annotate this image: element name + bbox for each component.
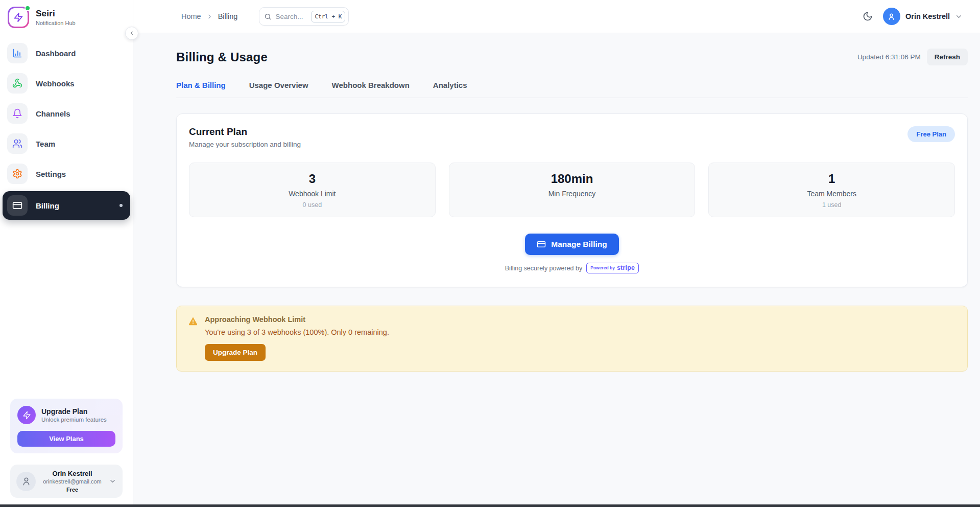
sidebar-item-channels[interactable]: Channels: [3, 101, 130, 126]
brand-tagline: Notification Hub: [36, 20, 76, 26]
active-indicator-dot: [119, 204, 123, 207]
brand-name: Seiri: [36, 9, 76, 19]
main-area: Home Billing Search... Ctrl + K Orin Kes…: [133, 0, 980, 507]
refresh-button[interactable]: Refresh: [927, 49, 968, 65]
chevron-down-icon: [109, 477, 116, 485]
app-logo: [8, 7, 29, 28]
sidebar-item-label: Dashboard: [36, 49, 76, 58]
online-status-dot: [25, 5, 31, 11]
dark-mode-toggle[interactable]: [861, 9, 875, 24]
chevron-down-icon: [955, 13, 963, 20]
stripe-badge[interactable]: Powered by stripe: [586, 263, 639, 273]
stat-label: Webhook Limit: [195, 190, 430, 198]
last-updated-text: Updated 6:31:06 PM: [857, 53, 921, 61]
sidebar-item-label: Billing: [36, 201, 59, 210]
search-placeholder: Search...: [275, 13, 307, 20]
stat-label: Team Members: [714, 190, 949, 198]
sidebar-item-label: Team: [36, 140, 55, 148]
stat-usage: 1 used: [714, 201, 949, 209]
breadcrumb: Home Billing: [181, 12, 237, 20]
chevron-right-icon: [206, 13, 213, 20]
manage-billing-label: Manage Billing: [551, 240, 607, 249]
tab-usage-overview[interactable]: Usage Overview: [249, 81, 308, 89]
sidebar-item-dashboard[interactable]: Dashboard: [3, 40, 130, 66]
moon-icon: [863, 11, 873, 21]
topbar: Home Billing Search... Ctrl + K Orin Kes…: [133, 0, 980, 33]
stat-value: 180min: [455, 172, 690, 186]
sidebar-item-label: Settings: [36, 170, 66, 178]
upgrade-plan-card: Upgrade Plan Unlock premium features Vie…: [10, 399, 123, 453]
user-name: Orin Kestrell: [905, 12, 950, 20]
webhook-limit-warning: Approaching Webhook Limit You're using 3…: [176, 306, 968, 372]
window-bottom-edge: [0, 504, 980, 507]
tab-plan-billing[interactable]: Plan & Billing: [176, 81, 226, 89]
stat-value: 3: [195, 172, 430, 186]
stat-label: Min Frequency: [455, 190, 690, 198]
warning-message: You're using 3 of 3 webhooks (100%). Onl…: [205, 328, 389, 336]
sidebar-header: Seiri Notification Hub: [0, 0, 133, 35]
sidebar-item-billing[interactable]: Billing: [3, 191, 130, 220]
webhook-icon: [7, 73, 28, 94]
manage-billing-button[interactable]: Manage Billing: [525, 234, 618, 255]
tab-webhook-breakdown[interactable]: Webhook Breakdown: [332, 81, 410, 89]
user-menu[interactable]: Orin Kestrell: [883, 8, 963, 25]
credit-card-icon: [537, 240, 546, 249]
breadcrumb-home[interactable]: Home: [181, 12, 201, 20]
plan-stats: 3 Webhook Limit 0 used 180min Min Freque…: [189, 163, 955, 217]
sidebar-item-settings[interactable]: Settings: [3, 161, 130, 187]
user-avatar: [16, 472, 36, 491]
search-icon: [264, 13, 272, 20]
sidebar-item-label: Webhooks: [36, 79, 75, 88]
stat-team-members: 1 Team Members 1 used: [708, 163, 955, 217]
stat-webhook-limit: 3 Webhook Limit 0 used: [189, 163, 436, 217]
bell-icon: [7, 103, 28, 124]
view-plans-button[interactable]: View Plans: [17, 431, 115, 447]
sidebar-nav: Dashboard Webhooks Channels Team Setting…: [0, 35, 133, 224]
search-shortcut-kbd: Ctrl + K: [311, 11, 345, 22]
bar-chart-icon: [7, 43, 28, 63]
page-content: Billing & Usage Updated 6:31:06 PM Refre…: [133, 33, 980, 507]
brand-text: Seiri Notification Hub: [36, 9, 76, 26]
users-icon: [7, 133, 28, 154]
chevron-left-icon: [129, 30, 135, 36]
sidebar-item-label: Channels: [36, 109, 70, 118]
stat-value: 1: [714, 172, 949, 186]
upgrade-plan-button[interactable]: Upgrade Plan: [205, 344, 266, 361]
sidebar: Seiri Notification Hub Dashboard Webhook…: [0, 0, 133, 507]
warning-triangle-icon: [188, 316, 198, 361]
stat-usage: 0 used: [195, 201, 430, 209]
free-plan-badge: Free Plan: [907, 126, 955, 142]
breadcrumb-current: Billing: [218, 12, 238, 20]
powered-by-text: Billing securely powered by: [505, 265, 582, 272]
user-avatar: [883, 8, 900, 25]
sidebar-item-team[interactable]: Team: [3, 131, 130, 156]
upgrade-title: Upgrade Plan: [41, 407, 107, 416]
lightning-icon: [17, 406, 36, 424]
sidebar-collapse-button[interactable]: [125, 27, 138, 40]
stat-usage: [455, 201, 690, 209]
warning-title: Approaching Webhook Limit: [205, 315, 389, 324]
upgrade-subtitle: Unlock premium features: [41, 417, 107, 423]
gear-icon: [7, 164, 28, 184]
stat-min-frequency: 180min Min Frequency: [449, 163, 696, 217]
search-input[interactable]: Search... Ctrl + K: [259, 7, 349, 26]
sidebar-user-card[interactable]: Orin Kestrell orinkestrell@gmail.com Fre…: [10, 465, 123, 498]
page-title: Billing & Usage: [176, 50, 268, 64]
current-plan-subtitle: Manage your subscription and billing: [189, 141, 301, 148]
user-plan-badge: Free: [40, 487, 105, 493]
user-email: orinkestrell@gmail.com: [40, 478, 105, 485]
current-plan-card: Current Plan Manage your subscription an…: [176, 113, 968, 287]
tab-analytics[interactable]: Analytics: [433, 81, 467, 89]
current-plan-title: Current Plan: [189, 126, 301, 137]
stripe-logo: stripe: [617, 264, 635, 271]
sidebar-item-webhooks[interactable]: Webhooks: [3, 71, 130, 96]
credit-card-icon: [7, 195, 28, 216]
user-name: Orin Kestrell: [40, 470, 105, 477]
billing-tabs: Plan & Billing Usage Overview Webhook Br…: [176, 81, 968, 98]
stripe-prefix: Powered by: [590, 265, 615, 270]
